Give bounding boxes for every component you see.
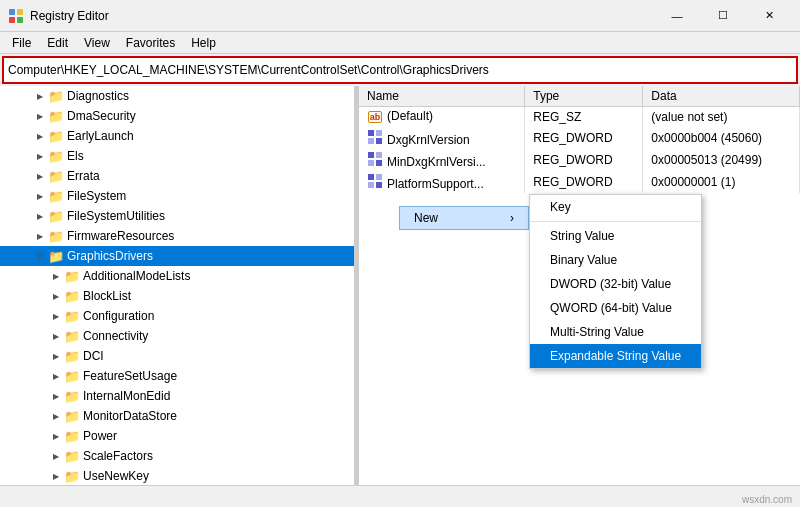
tree-expand-icon[interactable]: ▶	[48, 448, 64, 464]
tree-item-label: DCI	[83, 349, 104, 363]
tree-expand-icon[interactable]: ▶	[48, 348, 64, 364]
tree-item[interactable]: ▶📁BlockList	[0, 286, 354, 306]
svg-rect-11	[376, 160, 382, 166]
tree-item[interactable]: ▶📁DmaSecurity	[0, 106, 354, 126]
tree-expand-icon[interactable]: ▶	[48, 288, 64, 304]
tree-expand-icon[interactable]: ▶	[48, 268, 64, 284]
watermark: wsxdn.com	[742, 494, 792, 505]
tree-expand-icon[interactable]: ▶	[32, 208, 48, 224]
svg-rect-3	[17, 17, 23, 23]
tree-item[interactable]: ▶📁EarlyLaunch	[0, 126, 354, 146]
svg-rect-7	[376, 138, 382, 144]
table-header-row: Name Type Data	[359, 86, 800, 107]
folder-icon: 📁	[64, 349, 80, 363]
tree-item[interactable]: ▶📁Diagnostics	[0, 86, 354, 106]
tree-scroll[interactable]: ▶📁Diagnostics▶📁DmaSecurity▶📁EarlyLaunch▶…	[0, 86, 354, 485]
tree-expand-icon[interactable]: ▶	[48, 388, 64, 404]
tree-item[interactable]: ▶📁ScaleFactors	[0, 446, 354, 466]
svg-rect-12	[368, 174, 374, 180]
menu-edit[interactable]: Edit	[39, 34, 76, 52]
address-input[interactable]	[8, 63, 792, 77]
minimize-button[interactable]: —	[654, 0, 700, 32]
tree-expand-icon[interactable]: ▶	[32, 168, 48, 184]
svg-rect-14	[368, 182, 374, 188]
cell-data: 0x00000001 (1)	[643, 171, 800, 193]
submenu-item-expandable-string-value[interactable]: Expandable String Value	[530, 344, 701, 368]
table-row[interactable]: PlatformSupport...REG_DWORD0x00000001 (1…	[359, 171, 800, 193]
table-row[interactable]: DxgKrnlVersionREG_DWORD0x0000b004 (45060…	[359, 127, 800, 149]
folder-icon: 📁	[64, 289, 80, 303]
tree-item-label: FirmwareResources	[67, 229, 174, 243]
tree-item-label: ScaleFactors	[83, 449, 153, 463]
tree-item-label: InternalMonEdid	[83, 389, 170, 403]
svg-rect-1	[17, 9, 23, 15]
folder-icon: 📁	[48, 169, 64, 183]
main-content: ▶📁Diagnostics▶📁DmaSecurity▶📁EarlyLaunch▶…	[0, 86, 800, 485]
tree-item[interactable]: ▶📁AdditionalModeLists	[0, 266, 354, 286]
submenu-item-qword-(64-bit)-value[interactable]: QWORD (64-bit) Value	[530, 296, 701, 320]
folder-icon: 📁	[48, 249, 64, 263]
submenu-item-multi-string-value[interactable]: Multi-String Value	[530, 320, 701, 344]
folder-icon: 📁	[64, 469, 80, 483]
bits-icon	[367, 129, 383, 145]
submenu-item-key[interactable]: Key	[530, 195, 701, 219]
tree-item[interactable]: ▶📁Configuration	[0, 306, 354, 326]
svg-rect-6	[368, 138, 374, 144]
tree-expand-icon[interactable]: ▶	[48, 428, 64, 444]
tree-item[interactable]: ▶📁FirmwareResources	[0, 226, 354, 246]
tree-panel: ▶📁Diagnostics▶📁DmaSecurity▶📁EarlyLaunch▶…	[0, 86, 355, 485]
folder-icon: 📁	[64, 369, 80, 383]
col-type: Type	[525, 86, 643, 107]
submenu-item-string-value[interactable]: String Value	[530, 224, 701, 248]
tree-item[interactable]: ▼📁GraphicsDrivers	[0, 246, 354, 266]
tree-expand-icon[interactable]: ▶	[48, 308, 64, 324]
tree-item[interactable]: ▶📁Els	[0, 146, 354, 166]
tree-expand-icon[interactable]: ▶	[48, 468, 64, 484]
maximize-button[interactable]: ☐	[700, 0, 746, 32]
menu-help[interactable]: Help	[183, 34, 224, 52]
tree-item[interactable]: ▶📁DCI	[0, 346, 354, 366]
tree-expand-icon[interactable]: ▶	[48, 408, 64, 424]
table-row[interactable]: MinDxgKrnlVersi...REG_DWORD0x00005013 (2…	[359, 149, 800, 171]
folder-icon: 📁	[48, 89, 64, 103]
tree-item[interactable]: ▶📁UseNewKey	[0, 466, 354, 485]
menu-file[interactable]: File	[4, 34, 39, 52]
tree-expand-icon[interactable]: ▶	[32, 108, 48, 124]
submenu-item-dword-(32-bit)-value[interactable]: DWORD (32-bit) Value	[530, 272, 701, 296]
tree-item[interactable]: ▶📁FeatureSetUsage	[0, 366, 354, 386]
tree-expand-icon[interactable]: ▶	[48, 368, 64, 384]
svg-rect-15	[376, 182, 382, 188]
tree-expand-icon[interactable]: ▶	[48, 328, 64, 344]
tree-expand-icon[interactable]: ▶	[32, 228, 48, 244]
address-bar	[2, 56, 798, 84]
app-icon	[8, 8, 24, 24]
tree-item[interactable]: ▶📁FileSystemUtilities	[0, 206, 354, 226]
title-bar: Registry Editor — ☐ ✕	[0, 0, 800, 32]
tree-item[interactable]: ▶📁FileSystem	[0, 186, 354, 206]
new-button[interactable]: New ›	[399, 206, 529, 230]
folder-icon: 📁	[48, 229, 64, 243]
menu-favorites[interactable]: Favorites	[118, 34, 183, 52]
close-button[interactable]: ✕	[746, 0, 792, 32]
tree-item[interactable]: ▶📁Errata	[0, 166, 354, 186]
table-row[interactable]: ab(Default)REG_SZ(value not set)	[359, 107, 800, 128]
svg-rect-5	[376, 130, 382, 136]
tree-expand-icon[interactable]: ▶	[32, 148, 48, 164]
svg-rect-8	[368, 152, 374, 158]
tree-expand-icon[interactable]: ▼	[32, 248, 48, 264]
tree-item[interactable]: ▶📁InternalMonEdid	[0, 386, 354, 406]
tree-item-label: Connectivity	[83, 329, 148, 343]
new-label: New	[414, 211, 438, 225]
tree-expand-icon[interactable]: ▶	[32, 88, 48, 104]
menu-view[interactable]: View	[76, 34, 118, 52]
submenu-item-binary-value[interactable]: Binary Value	[530, 248, 701, 272]
cell-name: ab(Default)	[359, 107, 525, 128]
tree-item[interactable]: ▶📁Connectivity	[0, 326, 354, 346]
svg-rect-2	[9, 17, 15, 23]
tree-expand-icon[interactable]: ▶	[32, 128, 48, 144]
tree-item[interactable]: ▶📁MonitorDataStore	[0, 406, 354, 426]
tree-expand-icon[interactable]: ▶	[32, 188, 48, 204]
cell-name: DxgKrnlVersion	[359, 127, 525, 149]
tree-item-label: UseNewKey	[83, 469, 149, 483]
tree-item[interactable]: ▶📁Power	[0, 426, 354, 446]
